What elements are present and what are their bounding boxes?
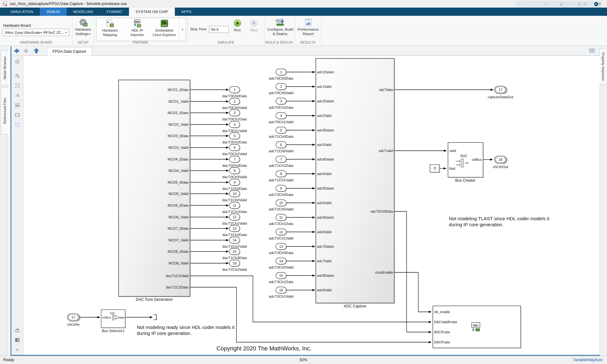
section-caption-simulate: SIMULATE	[187, 41, 264, 44]
left-tab-strip: Model BrowserReferenced Files	[0, 46, 8, 356]
embedded-linux-icon	[160, 19, 169, 28]
hardware-settings-label-2: Settings	[76, 32, 89, 36]
performance-report-button[interactable]: Performance Report	[296, 18, 320, 36]
button-label: Linux Explorer	[153, 33, 176, 37]
stop-button[interactable]: Stop	[247, 18, 261, 32]
svg-text:HDL: HDL	[135, 20, 140, 23]
help-icon[interactable]: ?	[577, 2, 582, 7]
run-button[interactable]: Run	[230, 18, 245, 32]
performance-report-icon	[304, 18, 312, 27]
run-label: Run	[234, 28, 241, 32]
tab-system-on-chip[interactable]: SYSTEM ON CHIP	[129, 8, 175, 16]
layout-icon[interactable]	[15, 337, 20, 343]
stop-time-label: Stop Time	[190, 27, 206, 31]
section-caption-results: RESULTS	[295, 41, 321, 44]
model-canvas[interactable]	[23, 56, 600, 355]
toolstrip-tab-bar: SIMULATIONDEBUGMODELINGFORMATSYSTEM ON C…	[0, 8, 607, 16]
status-message: Ready	[3, 358, 14, 362]
section-separator	[321, 17, 322, 45]
favorites-icon[interactable]	[560, 2, 565, 7]
up-to-parent-icon[interactable]	[33, 47, 40, 54]
stop-time-input[interactable]: 5e-3	[209, 26, 229, 33]
button-label: HDL IP	[132, 28, 143, 33]
search-icon[interactable]	[551, 2, 556, 7]
signal-routing-icon[interactable]	[15, 93, 20, 98]
stop-icon	[250, 18, 258, 28]
button-label: Importer	[131, 33, 144, 37]
document-tab[interactable]: FPGA Data Capture	[47, 47, 92, 56]
zoom-in-icon[interactable]	[15, 73, 20, 79]
caret-down-icon[interactable]: ▾	[568, 2, 573, 7]
hardware-mapping-button[interactable]: HardwareMapping	[96, 18, 124, 41]
configure-build-deploy-button[interactable]: Configure, Build & Deploy	[267, 18, 294, 36]
hdl-ip-importer-icon: HDL	[133, 19, 142, 28]
section-caption-hardware-board: HARDWARE BOARD	[0, 41, 72, 44]
performance-report-label-1: Performance	[298, 27, 319, 32]
build-deploy-label-1: Configure, Build	[267, 27, 293, 32]
palette-divider	[14, 69, 21, 69]
window-title: soc_rfsoc_datacapture/FPGA Data Capture …	[10, 2, 127, 6]
image-icon[interactable]	[15, 112, 20, 118]
tab-model-browser[interactable]: Model Browser	[1, 51, 8, 85]
right-tab-strip: Property Inspector	[600, 46, 607, 356]
toolstrip: Hardware Board Xilinx Zynq UltraScale+ R…	[0, 16, 607, 46]
quick-access-toolbar: ↶↷▾?▾	[515, 1, 602, 7]
button-label: Mapping	[103, 33, 117, 37]
svg-text:A: A	[16, 104, 18, 107]
embedded-linux-button[interactable]: EmbeddedLinux Explorer	[151, 18, 178, 41]
performance-report-label-2: Report	[303, 32, 314, 36]
hardware-settings-label-1: Hardware	[75, 27, 91, 32]
zoom-level: 92%	[300, 358, 307, 362]
hardware-settings-button[interactable]: Hardware Settings▾	[73, 18, 93, 36]
tab-debug[interactable]: DEBUG	[40, 8, 66, 16]
navigation-bar: FPGA Data Capture	[11, 46, 600, 56]
button-label: Embedded	[156, 28, 173, 33]
section-caption-setup: SETUP	[72, 41, 94, 44]
build-deploy-label-2: & Deploy	[273, 32, 288, 36]
hardware-board-select[interactable]: Xilinx Zynq UltraScale+ RFSoC ZC... ▾	[2, 29, 69, 36]
grid-view-icon[interactable]	[589, 48, 595, 54]
hardware-board-value: Xilinx Zynq UltraScale+ RFSoC ZC...	[5, 31, 64, 34]
canvas-palette: A «	[11, 56, 23, 355]
section-caption-prepare: PREPARE	[94, 41, 187, 44]
button-label: Hardware	[102, 28, 118, 33]
jump-icon[interactable]	[15, 59, 20, 64]
status-bar: Ready 92% VariableStepAuto	[0, 356, 607, 364]
save-icon[interactable]	[525, 2, 530, 7]
undo-icon[interactable]: ↶	[534, 2, 539, 7]
screenshot-icon[interactable]	[15, 328, 20, 333]
prepare-gallery: HardwareMappingHDLHDL IPImporterEmbedded…	[96, 18, 186, 41]
fit-view-icon[interactable]	[15, 83, 20, 88]
tab-property-inspector[interactable]: Property Inspector	[599, 49, 606, 85]
run-icon	[233, 18, 242, 28]
tab-referenced-files[interactable]: Referenced Files	[1, 87, 8, 135]
annotation-icon[interactable]: A	[15, 102, 20, 108]
solver-link[interactable]: VariableStepAuto	[573, 358, 603, 362]
qa-expand-icon[interactable]	[517, 2, 522, 7]
hdl-ip-importer-button[interactable]: HDLHDL IPImporter	[124, 18, 151, 41]
stop-time-value: 5e-3	[211, 27, 218, 31]
tab-apps[interactable]: APPS	[175, 8, 198, 16]
chevron-down-icon: ▾	[89, 33, 91, 36]
area-icon[interactable]	[15, 122, 20, 128]
toolstrip-collapse-icon[interactable]	[594, 2, 599, 7]
simulink-model-icon	[3, 1, 8, 6]
svg-text:?: ?	[578, 3, 580, 6]
chevron-down-icon: ▾	[65, 31, 67, 34]
hardware-mapping-icon	[106, 19, 114, 28]
forward-icon[interactable]	[23, 47, 30, 54]
redo-icon[interactable]: ↷	[543, 2, 548, 7]
build-deploy-icon	[275, 18, 285, 27]
gallery-expand-button[interactable]: ▾	[179, 18, 186, 41]
section-caption-build-deploy: BUILD & DEPLOY	[264, 41, 295, 44]
gear-chip-icon	[79, 18, 88, 27]
tab-format[interactable]: FORMAT	[100, 8, 129, 16]
tab-modeling[interactable]: MODELING	[67, 8, 100, 16]
caret-down-icon[interactable]: ▾	[585, 2, 590, 7]
hardware-board-label: Hardware Board	[3, 23, 31, 28]
tab-simulation[interactable]: SIMULATION	[4, 8, 40, 16]
stop-label: Stop	[250, 28, 258, 32]
back-icon[interactable]	[13, 47, 20, 54]
collapse-icon[interactable]: «	[15, 347, 20, 352]
